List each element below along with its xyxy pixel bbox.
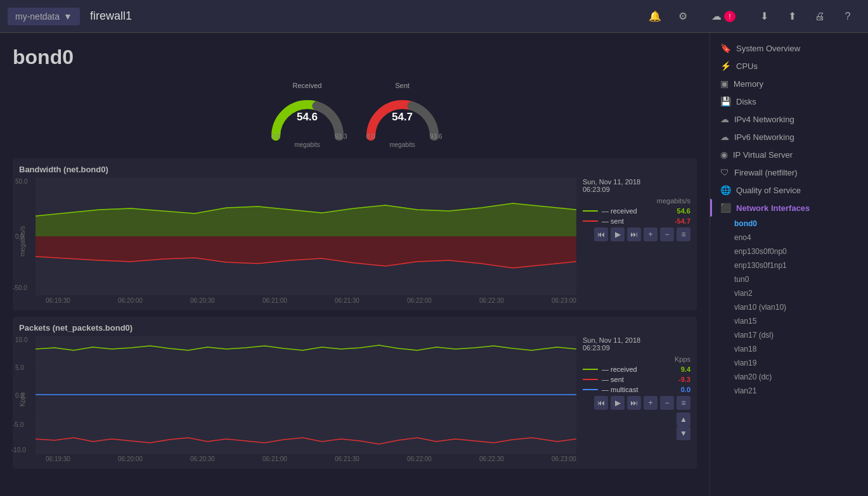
chart-bandwidth-time: 06:23:09 xyxy=(583,186,690,193)
ytick2-neg5: -5.0 xyxy=(13,421,23,428)
sidebar-sub-vlan20[interactable]: vlan20 (dc) xyxy=(710,370,868,384)
legend-received-value: 54.6 xyxy=(677,207,690,215)
p-legend-received-name: — received xyxy=(602,366,637,373)
menu-button[interactable]: ≡ xyxy=(677,227,690,241)
sidebar-item-cpus[interactable]: ⚡ CPUs xyxy=(710,57,868,75)
sub-tun0-label: tun0 xyxy=(734,275,749,284)
sidebar-sub-vlan17[interactable]: vlan17 (dsl) xyxy=(710,328,868,342)
brand-button[interactable]: my-netdata ▼ xyxy=(8,8,80,25)
xlabel-3: 06:21:00 xyxy=(262,297,287,304)
legend-sent-label: — sent xyxy=(583,217,624,225)
sidebar-sub-vlan19[interactable]: vlan19 xyxy=(710,356,868,370)
scroll-buttons: ▲ ▼ xyxy=(583,412,690,440)
sidebar-sub-vlan21[interactable]: vlan21 xyxy=(710,384,868,398)
sidebar-item-network-interfaces[interactable]: ⬛ Network Interfaces xyxy=(710,199,868,217)
xlabel-0: 06:19:30 xyxy=(46,297,70,304)
chart-bandwidth-xaxis: 06:19:30 06:20:00 06:20:30 06:21:00 06:2… xyxy=(36,297,576,304)
sidebar-sub-vlan18[interactable]: vlan18 xyxy=(710,342,868,356)
sidebar-item-ipv6[interactable]: ☁ IPv6 Networking xyxy=(710,128,868,146)
help-icon-button[interactable]: ? xyxy=(835,4,860,29)
globe-icon: 🌐 xyxy=(720,185,731,195)
sidebar-ipv6-label: IPv6 Networking xyxy=(734,132,794,142)
sidebar-item-ipv4[interactable]: ☁ IPv4 Networking xyxy=(710,110,868,128)
sub-vlan19-label: vlan19 xyxy=(734,359,756,367)
scroll-down-button[interactable]: ▼ xyxy=(677,426,690,440)
sidebar-item-ipvs[interactable]: ◉ IP Virtual Server xyxy=(710,146,868,163)
p-next-next-button[interactable]: ⏭ xyxy=(627,396,641,410)
xlabel-1: 06:20:00 xyxy=(118,297,143,304)
sidebar-sub-tun0[interactable]: tun0 xyxy=(710,272,868,286)
p-legend-sent-name: — sent xyxy=(602,376,624,383)
xlabel-5: 06:22:00 xyxy=(407,297,432,304)
sidebar-sub-bond0[interactable]: bond0 xyxy=(710,217,868,231)
sidebar-network-interfaces-label: Network Interfaces xyxy=(736,203,810,213)
chart-packets-title: Packets (net_packets.bond0) xyxy=(19,323,690,333)
sidebar-item-qos[interactable]: 🌐 Quality of Service xyxy=(710,181,868,199)
p-play-button[interactable]: ▶ xyxy=(611,396,625,410)
chart-bandwidth-svg xyxy=(36,178,576,295)
sidebar-item-firewall[interactable]: 🛡 Firewall (netfilter) xyxy=(710,163,868,181)
next-next-button[interactable]: ⏭ xyxy=(627,227,641,241)
sidebar-sub-eno4[interactable]: eno4 xyxy=(710,231,868,245)
download-icon-button[interactable]: ⬇ xyxy=(751,4,777,29)
gauge-sent-value: 54.7 xyxy=(392,111,413,124)
ytick2-neg10: -10.0 xyxy=(11,447,26,454)
chart-packets-ts: Sun, Nov 11, 2018 06:23:09 xyxy=(583,336,690,352)
prev-prev-button[interactable]: ⏮ xyxy=(594,227,608,241)
sidebar-memory-label: Memory xyxy=(734,79,763,89)
sidebar-item-system-overview[interactable]: 🔖 System Overview xyxy=(710,39,868,57)
sidebar-item-disks[interactable]: 💾 Disks xyxy=(710,92,868,110)
p-zoom-in-button[interactable]: + xyxy=(644,396,657,410)
sidebar-sub-vlan15[interactable]: vlan15 xyxy=(710,314,868,328)
settings-icon-button[interactable]: ⚙ xyxy=(670,4,696,29)
p-xlabel-4: 06:21:30 xyxy=(335,455,360,462)
sidebar-system-overview-label: System Overview xyxy=(736,44,800,53)
sidebar-cpus-label: CPUs xyxy=(736,61,758,71)
sidebar-ipvs-label: IP Virtual Server xyxy=(733,150,793,160)
print-icon-button[interactable]: 🖨 xyxy=(807,4,832,29)
gauge-sent-max: 93.6 xyxy=(430,133,442,140)
chart-packets-info: Sun, Nov 11, 2018 06:23:09 Kpps — receiv… xyxy=(583,336,690,462)
memory-icon: ▣ xyxy=(720,79,729,89)
sidebar-item-memory[interactable]: ▣ Memory xyxy=(710,75,868,92)
sidebar-sub-vlan10[interactable]: vlan10 (vlan10) xyxy=(710,300,868,314)
sidebar-sub-enp130s0f1np1[interactable]: enp130s0f1np1 xyxy=(710,258,868,272)
legend-received-line xyxy=(583,210,598,212)
legend-sent: — sent -54.7 xyxy=(583,217,690,225)
sidebar-ipv4-label: IPv4 Networking xyxy=(734,115,794,124)
chart-bandwidth-controls: ⏮ ▶ ⏭ + − ≡ xyxy=(583,227,690,241)
p-legend-received: — received 9.4 xyxy=(583,366,690,373)
cpu-icon: ⚡ xyxy=(720,61,731,71)
sidebar-sub-enp130s0f0np0[interactable]: enp130s0f0np0 xyxy=(710,245,868,258)
chart-bandwidth-info: Sun, Nov 11, 2018 06:23:09 megabits/s — … xyxy=(583,178,690,304)
brand-chevron: ▼ xyxy=(63,11,72,22)
chart-packets-controls: ⏮ ▶ ⏭ + − ≡ xyxy=(583,396,690,410)
p-legend-multicast-value: 0.0 xyxy=(681,386,690,393)
chart-bandwidth-area: 50.0 0.0 -50.0 xyxy=(36,178,576,304)
cloud-status-button[interactable]: ☁ ! xyxy=(698,4,749,29)
xlabel-2: 06:20:30 xyxy=(190,297,215,304)
chart-packets-time: 06:23:09 xyxy=(583,344,690,352)
zoom-out-button[interactable]: − xyxy=(660,227,674,241)
p-menu-button[interactable]: ≡ xyxy=(677,396,690,410)
p-xlabel-1: 06:20:00 xyxy=(118,455,143,462)
p-prev-prev-button[interactable]: ⏮ xyxy=(594,396,608,410)
upload-icon-button[interactable]: ⬆ xyxy=(779,4,805,29)
p-zoom-out-button[interactable]: − xyxy=(660,396,674,410)
p-legend-multicast-label: — multicast xyxy=(583,386,638,393)
chart-bandwidth-title: Bandwidth (net.bond0) xyxy=(19,165,690,174)
play-button[interactable]: ▶ xyxy=(611,227,625,241)
sidebar-sub-vlan2[interactable]: vlan2 xyxy=(710,286,868,300)
p-legend-sent-line xyxy=(583,379,598,380)
p-legend-multicast: — multicast 0.0 xyxy=(583,386,690,393)
p-xlabel-3: 06:21:00 xyxy=(262,455,287,462)
chart-bandwidth: Bandwidth (net.bond0) megabits/s 50.0 0.… xyxy=(13,158,697,310)
chart-packets-unit: Kpps xyxy=(583,355,690,363)
scroll-up-button[interactable]: ▲ xyxy=(677,412,690,426)
bell-icon-button[interactable]: 🔔 xyxy=(642,4,668,29)
gauge-received: Received 54.6 0.0 93.3 megabits xyxy=(266,82,349,148)
chart-packets-body: Kpps 10.0 5.0 0.0 -5.0 -10.0 xyxy=(19,336,690,462)
chart-packets-date: Sun, Nov 11, 2018 xyxy=(583,336,690,344)
zoom-in-button[interactable]: + xyxy=(644,227,657,241)
chart-packets: Packets (net_packets.bond0) Kpps 10.0 5.… xyxy=(13,317,697,469)
